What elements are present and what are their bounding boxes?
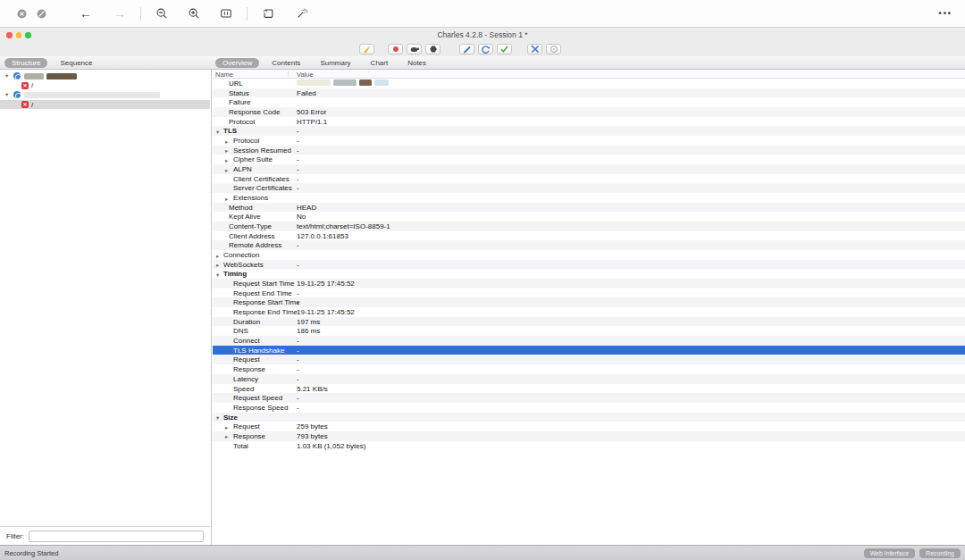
table-row-request-start-time[interactable]: Request Start Time19-11-25 17:45:52 (213, 279, 965, 288)
tab-chart[interactable]: Chart (364, 58, 396, 68)
tools-button[interactable] (527, 44, 542, 54)
table-row-response-code[interactable]: Response Code503 Error (213, 107, 965, 117)
more-options-button[interactable]: ••• (939, 9, 952, 18)
traffic-light-zoom[interactable] (25, 32, 31, 38)
tab-summary[interactable]: Summary (313, 58, 357, 68)
table-row-connect[interactable]: Connect- (213, 336, 965, 346)
tree-request-row[interactable]: ✕/ (0, 100, 210, 110)
forward-button[interactable]: → (111, 4, 129, 22)
chevron-right-icon[interactable]: ▸ (225, 156, 228, 164)
chevron-right-icon[interactable]: ▸ (225, 195, 228, 203)
table-row-session-resumed[interactable]: ▸Session Resumed- (213, 146, 965, 155)
back-arrow-icon: ← (80, 7, 92, 20)
table-row-method[interactable]: MethodHEAD (213, 203, 965, 213)
chevron-down-icon[interactable]: ▾ (5, 91, 13, 98)
rotate-button[interactable] (259, 4, 277, 22)
table-row-tls-handshake[interactable]: TLS Handshake- (213, 346, 965, 355)
chevron-right-icon[interactable]: ▸ (216, 252, 219, 260)
row-value: - (297, 298, 299, 306)
table-row-alpn[interactable]: ▸ALPN- (213, 164, 965, 174)
tab-notes[interactable]: Notes (400, 58, 433, 68)
table-row-kept-alive[interactable]: Kept AliveNo (213, 212, 965, 221)
settings-button[interactable] (546, 44, 561, 54)
table-row-extensions[interactable]: ▸Extensions (213, 193, 965, 203)
table-row-total[interactable]: Total1.03 KB (1,052 bytes) (213, 441, 965, 451)
chevron-right-icon[interactable]: ▸ (225, 166, 228, 174)
table-row-cipher-suite[interactable]: ▸Cipher Suite- (213, 155, 965, 164)
row-name: DNS (233, 327, 248, 335)
breakpoints-button[interactable] (425, 44, 441, 54)
chevron-down-icon[interactable]: ▾ (5, 72, 13, 79)
table-row-size[interactable]: ▾Size (213, 413, 965, 422)
chevron-down-icon[interactable]: ▾ (216, 271, 219, 279)
table-row-response-speed[interactable]: Response Speed- (213, 403, 965, 413)
table-row-request-speed[interactable]: Request Speed- (213, 393, 965, 403)
table-row-tls[interactable]: ▾TLS- (213, 126, 965, 136)
record-button[interactable] (388, 44, 403, 54)
table-row-latency[interactable]: Latency- (213, 374, 965, 384)
compose-button[interactable] (459, 44, 474, 54)
back-button[interactable]: ← (77, 4, 95, 22)
validate-button[interactable] (497, 44, 512, 54)
table-row-timing[interactable]: ▾Timing (213, 269, 965, 279)
table-row-request[interactable]: ▸Request259 bytes (213, 422, 965, 431)
table-row-server-certificates[interactable]: Server Certificates- (213, 183, 965, 193)
table-row-failure[interactable]: Failure (213, 97, 965, 107)
table-row-websockets[interactable]: ▸WebSockets- (213, 260, 965, 270)
zoom-out-button[interactable] (153, 4, 171, 22)
traffic-light-close[interactable] (6, 32, 13, 38)
row-name: ALPN (233, 165, 252, 173)
chevron-right-icon[interactable]: ▸ (225, 432, 228, 440)
chevron-down-icon[interactable]: ▾ (216, 128, 219, 136)
toolbar-divider (140, 7, 141, 21)
block-circle-button[interactable] (32, 4, 50, 22)
tree-host-row[interactable]: ▾ (0, 90, 210, 100)
tree-host-row[interactable]: ▾ (0, 71, 210, 81)
table-row-dns[interactable]: DNS186 ms (213, 326, 965, 336)
table-row-speed[interactable]: Speed5.21 KB/s (213, 384, 965, 394)
clear-session-button[interactable] (359, 44, 374, 54)
thumbnail-strip-button[interactable] (217, 4, 235, 22)
row-name: TLS Handshake (233, 347, 284, 355)
table-row-response-start-time[interactable]: Response Start Time- (213, 297, 965, 307)
table-row-client-address[interactable]: Client Address127.0.0.1:61853 (213, 231, 965, 241)
tab-contents[interactable]: Contents (264, 58, 307, 68)
repeat-button[interactable] (478, 44, 493, 54)
traffic-light-minimize[interactable] (16, 32, 22, 38)
table-row-protocol[interactable]: ▸Protocol- (213, 136, 965, 146)
table-row-response[interactable]: Response- (213, 364, 965, 374)
table-row-response-end-time[interactable]: Response End Time19-11-25 17:45:52 (213, 307, 965, 317)
table-row-remote-address[interactable]: Remote Address- (213, 240, 965, 250)
badge-recording[interactable]: Recording (919, 548, 961, 558)
table-row-duration[interactable]: Duration197 ms (213, 317, 965, 327)
table-row-client-certificates[interactable]: Client Certificates- (213, 174, 965, 184)
row-name: Session Resumed (233, 146, 291, 155)
tree-request-row[interactable]: ✕/ (0, 81, 210, 91)
column-divider[interactable] (288, 71, 289, 77)
table-row-request-end-time[interactable]: Request End Time- (213, 288, 965, 298)
throttle-button[interactable] (407, 44, 422, 54)
markup-wand-button[interactable] (293, 4, 311, 22)
table-row-request[interactable]: Request- (213, 355, 965, 364)
tab-overview[interactable]: Overview (215, 58, 259, 68)
tab-structure[interactable]: Structure (4, 58, 47, 68)
table-row-content-type[interactable]: Content-Typetext/html;charset=ISO-8859-1 (213, 221, 965, 231)
table-row-url[interactable]: URL (213, 79, 965, 88)
table-row-status[interactable]: StatusFailed (213, 88, 965, 98)
row-value: 19-11-25 17:45:52 (297, 280, 355, 288)
close-circle-button[interactable] (13, 4, 30, 22)
zoom-in-button[interactable] (185, 4, 203, 22)
filter-input[interactable] (29, 531, 204, 542)
table-row-response[interactable]: ▸Response793 bytes (213, 431, 965, 441)
chevron-down-icon[interactable]: ▾ (216, 414, 219, 422)
window-title: Charles 4.2.8 - Session 1 * (0, 28, 965, 42)
table-row-protocol[interactable]: ProtocolHTTP/1.1 (213, 117, 965, 127)
chevron-right-icon[interactable]: ▸ (225, 423, 228, 431)
tab-sequence[interactable]: Sequence (53, 58, 99, 68)
badge-web-interface[interactable]: Web Interface (864, 548, 915, 558)
row-name: Response Start Time (233, 298, 300, 306)
chevron-right-icon[interactable]: ▸ (216, 261, 219, 269)
chevron-right-icon[interactable]: ▸ (225, 138, 228, 146)
table-row-connection[interactable]: ▸Connection (213, 250, 965, 260)
chevron-right-icon[interactable]: ▸ (225, 146, 228, 155)
